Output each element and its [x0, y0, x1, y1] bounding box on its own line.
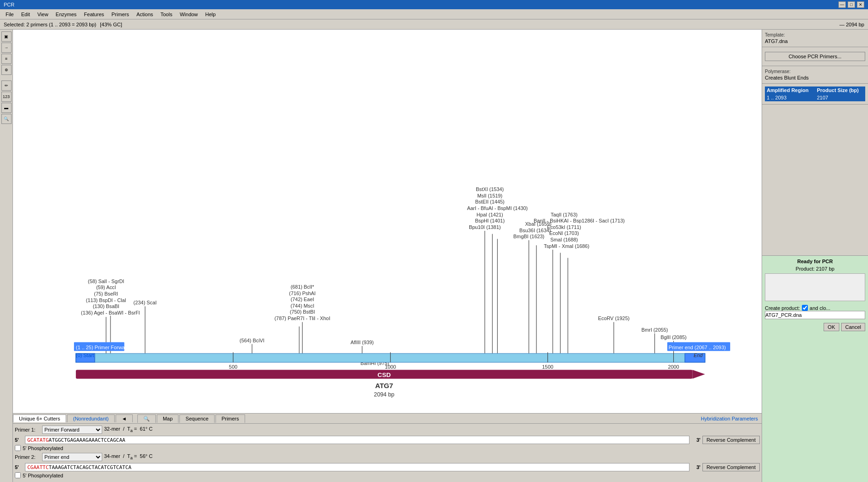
close-button[interactable]: ✕: [857, 1, 864, 8]
action-btn-row: OK Cancel: [765, 323, 865, 331]
bottom-tabs-row: Unique 6+ Cutters (Nonredundant) ◄ 🔍 Map…: [13, 413, 762, 423]
svg-text:(787) PaeR7I - TliI - XhoI: (787) PaeR7I - TliI - XhoI: [274, 315, 330, 321]
primer2-select[interactable]: Primer end: [42, 453, 102, 461]
product-status: Ready for PCR: [797, 259, 833, 264]
product-size: Product: 2107 bp: [796, 266, 835, 272]
tool-pencil[interactable]: ✏: [1, 80, 12, 91]
amp-region: 1 .. 2093: [765, 94, 815, 101]
right-panel-bottom: Ready for PCR Product: 2107 bp Create pr…: [762, 256, 868, 482]
tool-bar[interactable]: ▬: [1, 103, 12, 113]
app-title: PCR: [4, 2, 14, 7]
svg-text:Primer end (2067 .. 2093): Primer end (2067 .. 2093): [669, 345, 726, 350]
product-preview: [765, 273, 865, 301]
primer1-row: Primer 1: Primer Forward 32-mer / Ta = 6…: [15, 426, 760, 434]
svg-text:BstEII (1445): BstEII (1445): [475, 199, 505, 204]
svg-text:BmrI (2055): BmrI (2055): [641, 327, 668, 333]
gc-content: [43% GC]: [100, 22, 122, 27]
tool-search[interactable]: 🔍: [1, 114, 12, 124]
create-label: Create product:: [765, 305, 800, 311]
primer1-seq-end: 3': [691, 437, 701, 443]
amp-size: 2107: [815, 94, 866, 101]
primer2-phospho-row: 5' Phosphorylated: [15, 472, 760, 478]
primer2-row: Primer 2: Primer end 34-mer / Ta = 56° C: [15, 453, 760, 461]
menu-tools[interactable]: Tools: [157, 11, 176, 18]
svg-text:(750) BstBI: (750) BstBI: [290, 309, 315, 315]
center-area: (136) AgeI - BsaWI - BsrFI (130) BsaBI (…: [13, 30, 762, 482]
polymerase-label: Polymerase:: [765, 69, 865, 74]
cancel-button[interactable]: Cancel: [841, 323, 865, 331]
svg-text:(742) EaeI: (742) EaeI: [290, 297, 314, 302]
primer1-sequence[interactable]: GCATATGATGGCTGAGAAAGAAACTCCAGCAA: [25, 436, 689, 444]
primer1-phospho-label: 5' Phosphorylated: [23, 445, 63, 451]
map-container[interactable]: (136) AgeI - BsaWI - BsrFI (130) BsaBI (…: [13, 30, 762, 413]
primer1-select[interactable]: Primer Forward: [42, 426, 102, 434]
primer1-seq-start: 5': [15, 437, 23, 443]
right-panel: Template: ATG7.dna Choose PCR Primers...…: [762, 30, 868, 482]
primer2-phospho-label: 5' Phosphorylated: [23, 473, 63, 478]
primer1-seq-row: 5' GCATATGATGGCTGAGAAAGAAACTCCAGCAA 3' R…: [15, 436, 760, 444]
choose-primers-btn[interactable]: Choose PCR Primers...: [765, 52, 865, 61]
menu-view[interactable]: View: [34, 11, 52, 18]
tab-sequence[interactable]: Sequence: [179, 414, 215, 423]
menu-enzymes[interactable]: Enzymes: [52, 11, 80, 18]
primer2-seq-row: 5' CGAATTCTAAAGATCTACAGCTACATCGTCATCA 3'…: [15, 463, 760, 471]
length-info: — 2094 bp: [839, 22, 864, 27]
primer2-reverse-btn[interactable]: Reverse Complement: [702, 463, 760, 471]
create-product-row: Create product: and clo...: [765, 305, 865, 311]
primer1-reverse-btn[interactable]: Reverse Complement: [702, 436, 760, 444]
and-clone-label: and clo...: [810, 305, 831, 311]
svg-text:(0)  Start: (0) Start: [76, 352, 94, 358]
svg-text:(716) PshAI: (716) PshAI: [289, 290, 315, 296]
tab-search-icon[interactable]: 🔍: [137, 414, 156, 423]
svg-text:(136) AgeI - BsaWI - BsrFI: (136) AgeI - BsaWI - BsrFI: [81, 310, 140, 315]
primer1-colored-seq: GCATATG: [27, 437, 49, 443]
title-bar: PCR — □ ✕: [0, 0, 868, 9]
amplified-section: Amplified Region Product Size (bp) 1 .. …: [762, 84, 868, 105]
tool-select[interactable]: ▣: [1, 31, 12, 42]
ok-button[interactable]: OK: [824, 323, 839, 331]
menu-file[interactable]: File: [2, 11, 18, 18]
hybridization-link[interactable]: Hybridization Parameters: [701, 416, 758, 421]
window-controls: — □ ✕: [838, 1, 864, 8]
tab-map[interactable]: Map: [157, 414, 179, 423]
template-label: Template:: [765, 32, 865, 37]
tab-primers[interactable]: Primers: [215, 414, 245, 423]
maximize-button[interactable]: □: [848, 1, 855, 8]
menu-bar: File Edit View Enzymes Features Primers …: [0, 9, 868, 19]
tool-arrow[interactable]: →: [1, 43, 12, 53]
primer2-seq-end: 3': [691, 464, 701, 470]
amp-row1[interactable]: 1 .. 2093 2107: [765, 94, 865, 101]
menu-features[interactable]: Features: [80, 11, 108, 18]
menu-primers[interactable]: Primers: [108, 11, 133, 18]
menu-window[interactable]: Window: [176, 11, 202, 18]
svg-text:SmaI (1688): SmaI (1688): [550, 237, 578, 242]
tab-nonredundant[interactable]: (Nonredundant): [67, 414, 115, 422]
primer2-phospho-check[interactable]: [15, 472, 21, 478]
menu-help[interactable]: Help: [202, 11, 220, 18]
tool-add[interactable]: ⊕: [1, 65, 12, 75]
create-check[interactable]: [802, 305, 808, 311]
left-toolbar: ▣ → ≡ ⊕ ✏ 123 ▬ 🔍: [0, 30, 13, 482]
primer1-plain-seq: ATGGCTGAGAAAGAAACTCCAGCAA: [49, 437, 125, 443]
tool-lines[interactable]: ≡: [1, 54, 12, 64]
tab-arrow[interactable]: ◄: [116, 414, 133, 422]
svg-text:(564) BciVI: (564) BciVI: [240, 338, 265, 343]
svg-text:BanII - BsiHKAI - Bsp1286I - S: BanII - BsiHKAI - Bsp1286I - SacI (1713): [534, 218, 625, 223]
menu-actions[interactable]: Actions: [133, 11, 157, 18]
main-layout: ▣ → ≡ ⊕ ✏ 123 ▬ 🔍 (136) AgeI - BsaWI - B…: [0, 30, 868, 482]
tool-number[interactable]: 123: [1, 92, 12, 102]
product-name-input[interactable]: [765, 311, 865, 319]
svg-text:(113) BspDI - ClaI: (113) BspDI - ClaI: [86, 297, 126, 303]
menu-edit[interactable]: Edit: [18, 11, 34, 18]
svg-text:2000: 2000: [668, 364, 679, 370]
status-bar: Selected: 2 primers (1 .. 2093 = 2093 bp…: [0, 19, 868, 30]
minimize-button[interactable]: —: [838, 1, 846, 8]
svg-text:(744) MscI: (744) MscI: [290, 303, 314, 309]
primer2-sequence[interactable]: CGAATTCTAAAGATCTACAGCTACATCGTCATCA: [25, 463, 689, 471]
svg-text:Eco53kI (1711): Eco53kI (1711): [547, 224, 581, 230]
svg-text:1000: 1000: [385, 364, 396, 370]
tab-unique-cutters[interactable]: Unique 6+ Cutters: [13, 414, 66, 422]
svg-text:HpaI (1421): HpaI (1421): [477, 212, 503, 217]
selection-info: Selected: 2 primers (1 .. 2093 = 2093 bp…: [4, 22, 96, 27]
primer1-phospho-check[interactable]: [15, 445, 21, 451]
